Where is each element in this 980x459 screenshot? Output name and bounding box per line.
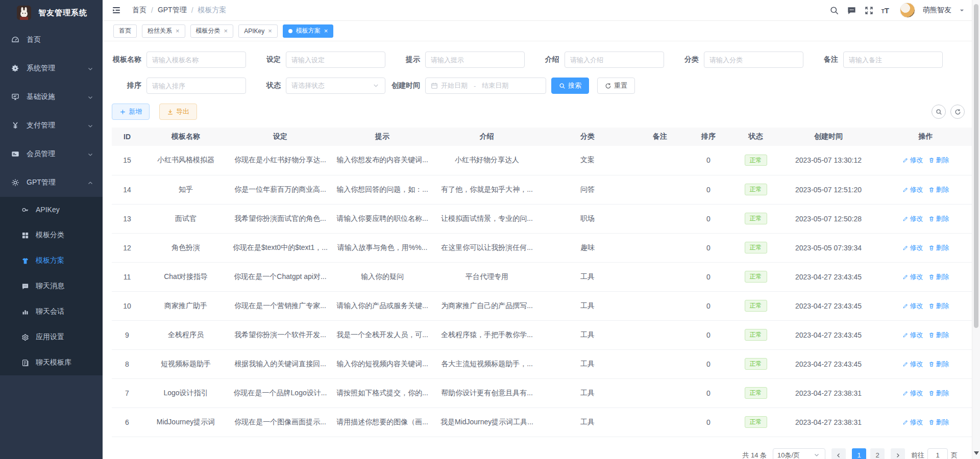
delete-link[interactable]: 删除 xyxy=(928,389,949,398)
add-button[interactable]: 新增 xyxy=(112,104,150,120)
tab-APIKey[interactable]: APIKey× xyxy=(238,24,278,38)
breadcrumb-item[interactable]: GPT管理 xyxy=(158,6,187,15)
sidebar-subitem-聊天会话[interactable]: 聊天会话 xyxy=(0,299,103,324)
sidebar-subitem-聊天消息[interactable]: 聊天消息 xyxy=(0,273,103,299)
sidebar-item-支付管理[interactable]: 支付管理 xyxy=(0,111,103,140)
filter-input-介绍[interactable] xyxy=(570,56,658,64)
sidebar-item-label: 基础设施 xyxy=(27,92,87,101)
edit-link[interactable]: 修改 xyxy=(902,330,923,340)
user-menu-caret-icon[interactable] xyxy=(959,8,965,13)
sidebar-item-首页[interactable]: 首页 xyxy=(0,26,103,54)
breadcrumb-item[interactable]: 首页 xyxy=(132,6,146,15)
delete-link[interactable]: 删除 xyxy=(928,360,949,369)
reset-button[interactable]: 重置 xyxy=(597,78,635,94)
tab-close-icon[interactable]: × xyxy=(176,28,180,34)
edit-icon xyxy=(902,361,909,367)
edit-link[interactable]: 修改 xyxy=(902,418,923,427)
status-label: 状态 xyxy=(251,81,286,90)
delete-link[interactable]: 删除 xyxy=(928,243,949,252)
delete-link[interactable]: 删除 xyxy=(928,418,949,427)
filter-input-模板名称[interactable] xyxy=(152,56,240,64)
filter-input-备注[interactable] xyxy=(849,56,937,64)
delete-icon xyxy=(928,332,935,338)
prev-page-button[interactable] xyxy=(831,448,846,459)
user-name[interactable]: 萌熊智友 xyxy=(923,6,951,15)
cell-sort: 0 xyxy=(685,233,731,262)
page-number-list: 12 xyxy=(852,448,885,459)
sidebar-subitem-模板分类[interactable]: 模板分类 xyxy=(0,222,103,248)
edit-link[interactable]: 修改 xyxy=(902,156,923,165)
edit-link[interactable]: 修改 xyxy=(902,360,923,369)
tab-模板分类[interactable]: 模板分类× xyxy=(190,24,234,38)
create-time-range[interactable]: 开始日期 - 结束日期 xyxy=(425,78,546,94)
edit-link[interactable]: 修改 xyxy=(902,214,923,223)
delete-link[interactable]: 删除 xyxy=(928,185,949,194)
chat-session-icon xyxy=(21,308,29,316)
tab-close-icon[interactable]: × xyxy=(324,28,328,34)
delete-icon xyxy=(928,245,935,251)
cell-id: 15 xyxy=(112,146,142,175)
delete-link[interactable]: 删除 xyxy=(928,214,949,223)
delete-link[interactable]: 删除 xyxy=(928,156,949,165)
next-page-button[interactable] xyxy=(891,448,905,459)
status-select[interactable]: 请选择状态 xyxy=(286,78,385,94)
edit-link[interactable]: 修改 xyxy=(902,301,923,311)
edit-link[interactable]: 修改 xyxy=(902,389,923,398)
sidebar-subitem-聊天模板库[interactable]: 聊天模板库 xyxy=(0,350,103,375)
tab-模板方案[interactable]: 模板方案× xyxy=(283,24,334,38)
goto-page-input[interactable] xyxy=(927,448,948,459)
filter-设定: 设定 xyxy=(251,52,390,68)
sidebar-item-会员管理[interactable]: 会员管理 xyxy=(0,140,103,168)
tabs-bar: 首页粉丝关系×模板分类×APIKey×模板方案× xyxy=(103,21,972,41)
cell-status: 正常 xyxy=(731,146,780,175)
tab-close-icon[interactable]: × xyxy=(224,28,228,34)
tab-close-icon[interactable]: × xyxy=(268,28,272,34)
sidebar-item-系统管理[interactable]: 系统管理 xyxy=(0,54,103,83)
table-row: 10商家推广助手你现在是一个营销推广专家...请输入你的产品或服务关键...为商… xyxy=(112,291,972,320)
edit-link-label: 修改 xyxy=(910,389,923,398)
export-button[interactable]: 导出 xyxy=(159,104,197,120)
cell-remark xyxy=(634,378,685,407)
delete-link[interactable]: 删除 xyxy=(928,272,949,282)
scrollbar-thumb[interactable] xyxy=(974,4,978,328)
edit-link[interactable]: 修改 xyxy=(902,272,923,282)
user-avatar[interactable] xyxy=(900,3,915,18)
page-size-value: 10条/页 xyxy=(777,451,800,459)
sidebar-subitem-模板方案[interactable]: 模板方案 xyxy=(0,248,103,273)
search-icon[interactable] xyxy=(829,6,839,15)
filter-input-设定[interactable] xyxy=(291,56,380,64)
page-button-1[interactable]: 1 xyxy=(852,448,866,459)
tab-首页[interactable]: 首页 xyxy=(113,24,137,38)
filter-input-提示[interactable] xyxy=(431,56,519,64)
cell-prompt: 输入你的疑问 xyxy=(331,262,433,291)
edit-link-label: 修改 xyxy=(910,156,923,165)
font-size-icon[interactable]: TT xyxy=(881,7,889,14)
filter-input-分类[interactable] xyxy=(709,56,798,64)
search-button[interactable]: 搜索 xyxy=(551,78,589,94)
sidebar-item-GPT管理[interactable]: GPT管理 xyxy=(0,168,103,197)
message-icon[interactable] xyxy=(847,6,856,15)
delete-link[interactable]: 删除 xyxy=(928,330,949,340)
page-scrollbar[interactable] xyxy=(972,0,980,459)
sidebar-fold-icon[interactable] xyxy=(112,6,121,15)
cell-sort: 0 xyxy=(685,204,731,233)
edit-icon xyxy=(902,303,909,309)
tab-粉丝关系[interactable]: 粉丝关系× xyxy=(142,24,185,38)
topbar: 首页/GPT管理/模板方案 TT 萌熊智友 xyxy=(103,0,972,21)
table-row: 7Logo设计指引你现在是一个品牌Logo设计...请按照如下格式提交，你的..… xyxy=(112,378,972,407)
sort-input[interactable] xyxy=(152,82,240,90)
fullscreen-icon[interactable] xyxy=(864,6,874,15)
scrollbar-down-arrow-icon[interactable] xyxy=(974,451,979,455)
page-button-2[interactable]: 2 xyxy=(870,448,885,459)
page-size-select[interactable]: 10条/页 xyxy=(773,448,825,459)
table-row: 6MidJourney提示词你现在是一个图像画面提示...请用描述你想要的图像（… xyxy=(112,407,972,437)
sidebar-subitem-APIKey[interactable]: APIKey xyxy=(0,197,103,222)
refresh-button[interactable] xyxy=(950,105,965,119)
delete-link[interactable]: 删除 xyxy=(928,301,949,311)
toggle-search-button[interactable] xyxy=(932,105,946,119)
sidebar-item-基础设施[interactable]: 基础设施 xyxy=(0,83,103,111)
delete-icon xyxy=(928,187,935,193)
sidebar-subitem-应用设置[interactable]: 应用设置 xyxy=(0,324,103,350)
edit-link[interactable]: 修改 xyxy=(902,185,923,194)
edit-link[interactable]: 修改 xyxy=(902,243,923,252)
